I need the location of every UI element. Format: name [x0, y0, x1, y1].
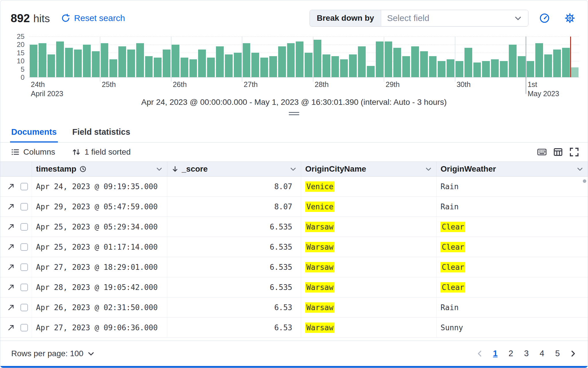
row-checkbox[interactable] — [20, 324, 28, 331]
histogram-bar[interactable] — [189, 59, 197, 77]
histogram-bar[interactable] — [48, 54, 55, 77]
histogram-bar[interactable] — [411, 46, 419, 77]
tab-field-statistics[interactable]: Field statistics — [71, 123, 131, 143]
header-origin-city[interactable]: OriginCityName — [301, 162, 437, 176]
row-checkbox[interactable] — [20, 243, 28, 251]
histogram-bar[interactable] — [367, 66, 375, 77]
page-button-3[interactable]: 3 — [519, 346, 534, 361]
histogram-bar[interactable] — [225, 54, 233, 77]
expand-row-button[interactable] — [7, 182, 15, 191]
page-button-2[interactable]: 2 — [504, 346, 518, 361]
histogram-bar[interactable] — [172, 45, 179, 77]
header-origin-weather[interactable]: OriginWeather — [437, 162, 588, 176]
expand-row-button[interactable] — [7, 202, 15, 211]
histogram-bar[interactable] — [39, 43, 46, 77]
histogram-bar[interactable] — [553, 50, 561, 77]
histogram-bar[interactable] — [393, 48, 401, 77]
expand-row-button[interactable] — [7, 263, 15, 272]
histogram-bar[interactable] — [518, 56, 526, 77]
histogram-bar[interactable] — [358, 46, 366, 77]
histogram-bar[interactable] — [420, 51, 428, 77]
expand-row-button[interactable] — [7, 243, 15, 251]
histogram-bar[interactable] — [56, 41, 64, 77]
histogram-bar[interactable] — [145, 56, 153, 77]
histogram-bar[interactable] — [109, 59, 117, 77]
expand-row-button[interactable] — [7, 223, 15, 231]
histogram-bar[interactable] — [349, 54, 357, 77]
histogram-bar[interactable] — [234, 53, 242, 77]
histogram-bar[interactable] — [473, 62, 481, 77]
histogram-bar[interactable] — [269, 56, 277, 77]
histogram-bar[interactable] — [92, 51, 100, 77]
chart-resize-handle[interactable] — [289, 112, 299, 115]
histogram-bar[interactable] — [118, 46, 126, 77]
scrollbar-thumb[interactable] — [583, 179, 586, 183]
histogram-bar[interactable] — [207, 58, 215, 77]
histogram-bar[interactable] — [305, 53, 312, 77]
histogram-bar[interactable] — [163, 50, 170, 77]
page-button-5[interactable]: 5 — [550, 346, 565, 361]
histogram-bar[interactable] — [314, 40, 321, 77]
histogram-bar[interactable] — [296, 41, 304, 77]
histogram-bar[interactable] — [323, 54, 330, 77]
histogram-bar[interactable] — [127, 50, 135, 77]
histogram-bar[interactable] — [251, 53, 259, 77]
histogram-bar[interactable] — [535, 43, 543, 77]
histogram-bar[interactable] — [198, 50, 206, 77]
rows-per-page-button[interactable]: Rows per page: 100 — [8, 347, 98, 361]
histogram-bar[interactable] — [491, 59, 499, 77]
histogram-bar[interactable] — [509, 45, 517, 77]
display-options-button[interactable] — [551, 145, 565, 159]
histogram-bar[interactable] — [340, 59, 348, 77]
histogram-bars[interactable] — [29, 37, 579, 77]
expand-row-button[interactable] — [7, 323, 15, 332]
histogram-bar[interactable] — [287, 43, 295, 77]
histogram-bar[interactable] — [571, 67, 579, 77]
histogram-bar[interactable] — [154, 58, 162, 77]
histogram-bar[interactable] — [74, 50, 82, 77]
fullscreen-button[interactable] — [567, 145, 581, 159]
histogram-bar[interactable] — [65, 48, 73, 77]
page-button-4[interactable]: 4 — [535, 346, 549, 361]
histogram-bar[interactable] — [456, 61, 463, 77]
histogram-bar[interactable] — [562, 48, 570, 77]
histogram-bar[interactable] — [438, 61, 445, 77]
histogram-bar[interactable] — [101, 43, 109, 77]
histogram-bar[interactable] — [447, 59, 454, 77]
histogram-bar[interactable] — [402, 56, 410, 77]
sort-fields-button[interactable]: 1 field sorted — [68, 147, 135, 157]
expand-row-button[interactable] — [7, 303, 15, 312]
histogram-bar[interactable] — [500, 61, 508, 77]
keyboard-shortcuts-button[interactable] — [535, 145, 549, 159]
reset-search-button[interactable]: Reset search — [58, 12, 128, 25]
row-checkbox[interactable] — [20, 263, 28, 271]
histogram-bar[interactable] — [243, 43, 251, 77]
histogram-bar[interactable] — [278, 46, 286, 77]
histogram-bar[interactable] — [181, 58, 188, 77]
histogram-bar[interactable] — [544, 54, 552, 77]
histogram-plot[interactable] — [29, 37, 579, 77]
chart-suggestions-button[interactable] — [537, 11, 552, 26]
histogram-bar[interactable] — [30, 45, 37, 77]
tab-documents[interactable]: Documents — [10, 123, 58, 143]
header-score[interactable]: _score — [167, 162, 301, 176]
page-button-1[interactable]: 1 — [488, 346, 502, 361]
histogram-bar[interactable] — [136, 43, 144, 77]
histogram-bar[interactable] — [482, 61, 490, 77]
histogram-bar[interactable] — [83, 45, 91, 77]
previous-page-button[interactable] — [473, 346, 487, 361]
columns-button[interactable]: Columns — [7, 147, 60, 157]
histogram-bar[interactable] — [429, 56, 437, 77]
histogram-bar[interactable] — [385, 41, 392, 77]
row-checkbox[interactable] — [20, 183, 28, 190]
histogram-bar[interactable] — [260, 58, 268, 77]
histogram-bar[interactable] — [331, 56, 339, 77]
next-page-button[interactable] — [566, 346, 580, 361]
row-checkbox[interactable] — [20, 223, 28, 231]
row-checkbox[interactable] — [20, 203, 28, 210]
histogram-bar[interactable] — [464, 48, 472, 77]
histogram-bar[interactable] — [527, 61, 534, 77]
histogram-bar[interactable] — [376, 41, 384, 77]
expand-row-button[interactable] — [7, 283, 15, 292]
chart-options-button[interactable] — [562, 11, 577, 26]
